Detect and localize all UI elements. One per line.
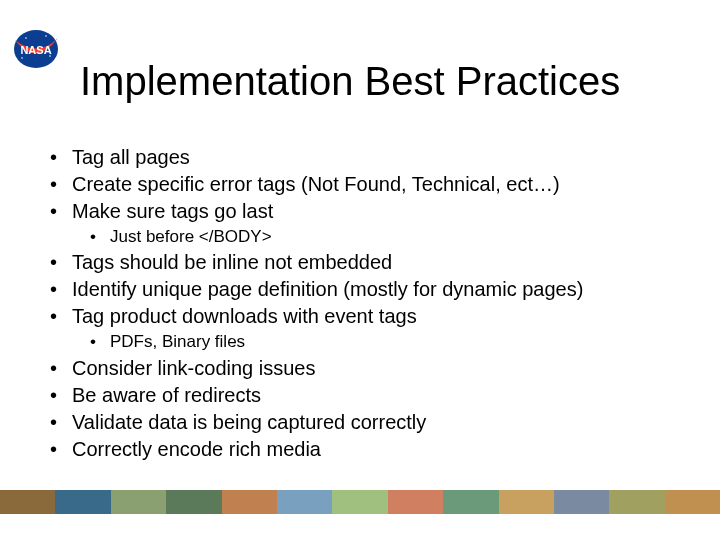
bullet-item: Tag all pages (32, 145, 680, 170)
bullet-item: Create specific error tags (Not Found, T… (32, 172, 680, 197)
bullet-item: Validate data is being captured correctl… (32, 410, 680, 435)
footer-tile (554, 490, 609, 514)
footer-tile (499, 490, 554, 514)
footer-tile (388, 490, 443, 514)
bullet-text: Tag product downloads with event tags (72, 305, 417, 327)
bullet-text: Validate data is being captured correctl… (72, 411, 426, 433)
svg-point-1 (25, 37, 27, 39)
bullet-text: Tags should be inline not embedded (72, 251, 392, 273)
bullet-item: Tag product downloads with event tags (32, 304, 680, 329)
footer-tile (609, 490, 664, 514)
footer-tile (332, 490, 387, 514)
slide: NASA Implementation Best Practices Tag a… (0, 0, 720, 540)
footer-tile (55, 490, 110, 514)
bullet-item: Identify unique page definition (mostly … (32, 277, 680, 302)
bullet-text: Make sure tags go last (72, 200, 273, 222)
bullet-text: Be aware of redirects (72, 384, 261, 406)
bullet-item: Be aware of redirects (32, 383, 680, 408)
svg-point-4 (21, 57, 23, 59)
bullet-text: Consider link-coding issues (72, 357, 315, 379)
footer-tile (166, 490, 221, 514)
bullet-text: Tag all pages (72, 146, 190, 168)
bullet-text: Correctly encode rich media (72, 438, 321, 460)
sub-bullet-item: Just before </BODY> (32, 226, 680, 247)
slide-title: Implementation Best Practices (80, 60, 680, 102)
bullet-text: PDFs, Binary files (110, 332, 245, 351)
bullet-text: Just before </BODY> (110, 227, 272, 246)
sub-bullet-item: PDFs, Binary files (32, 331, 680, 352)
bullet-item: Tags should be inline not embedded (32, 250, 680, 275)
svg-point-3 (49, 55, 51, 57)
bullet-text: Create specific error tags (Not Found, T… (72, 173, 560, 195)
footer-tile (111, 490, 166, 514)
footer-tile (277, 490, 332, 514)
bullet-item: Consider link-coding issues (32, 356, 680, 381)
slide-content: Tag all pages Create specific error tags… (32, 145, 680, 464)
logo-text: NASA (20, 44, 51, 56)
bullet-item: Make sure tags go last (32, 199, 680, 224)
footer-tile (665, 490, 720, 514)
nasa-logo-icon: NASA (12, 28, 60, 70)
bullet-text: Identify unique page definition (mostly … (72, 278, 583, 300)
footer-image-strip (0, 490, 720, 514)
bullet-item: Correctly encode rich media (32, 437, 680, 462)
footer-tile (222, 490, 277, 514)
footer-tile (0, 490, 55, 514)
footer-tile (443, 490, 498, 514)
svg-point-2 (45, 35, 47, 37)
